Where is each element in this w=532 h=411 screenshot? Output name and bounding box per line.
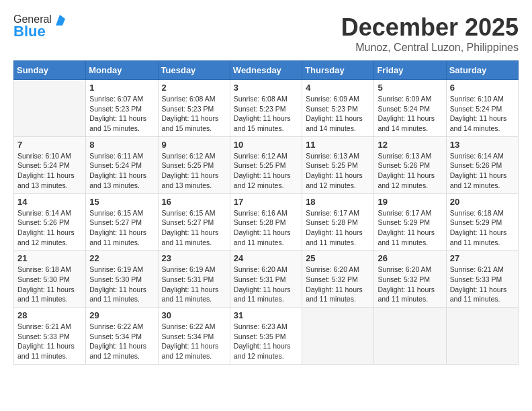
day-info: Sunrise: 6:13 AMSunset: 5:26 PMDaylight:… — [378, 151, 442, 191]
calendar-cell: 17Sunrise: 6:16 AMSunset: 5:28 PMDayligh… — [230, 193, 302, 250]
calendar-cell: 16Sunrise: 6:15 AMSunset: 5:27 PMDayligh… — [158, 193, 230, 250]
day-number: 14 — [17, 197, 82, 207]
day-number: 2 — [162, 83, 226, 93]
calendar-cell: 23Sunrise: 6:19 AMSunset: 5:31 PMDayligh… — [158, 250, 230, 308]
day-number: 13 — [450, 140, 515, 150]
calendar-header-row: SundayMondayTuesdayWednesdayThursdayFrid… — [14, 61, 519, 80]
day-number: 7 — [17, 140, 82, 150]
day-number: 3 — [234, 83, 298, 93]
page-header: General Blue December 2025 Munoz, Centra… — [13, 13, 519, 54]
calendar-cell: 21Sunrise: 6:18 AMSunset: 5:30 PMDayligh… — [14, 250, 86, 308]
weekday-header-saturday: Saturday — [446, 61, 518, 80]
day-number: 27 — [450, 253, 515, 263]
day-info: Sunrise: 6:19 AMSunset: 5:30 PMDaylight:… — [89, 265, 154, 304]
day-info: Sunrise: 6:20 AMSunset: 5:32 PMDaylight:… — [378, 265, 442, 304]
day-info: Sunrise: 6:18 AMSunset: 5:29 PMDaylight:… — [450, 208, 515, 248]
calendar-cell: 13Sunrise: 6:14 AMSunset: 5:26 PMDayligh… — [446, 136, 518, 193]
day-info: Sunrise: 6:07 AMSunset: 5:23 PMDaylight:… — [89, 94, 154, 134]
calendar-week-row: 21Sunrise: 6:18 AMSunset: 5:30 PMDayligh… — [14, 250, 519, 308]
title-block: December 2025 Munoz, Central Luzon, Phil… — [341, 13, 519, 54]
weekday-header-monday: Monday — [86, 61, 158, 80]
day-info: Sunrise: 6:15 AMSunset: 5:27 PMDaylight:… — [89, 208, 154, 248]
day-number: 18 — [306, 197, 370, 207]
day-info: Sunrise: 6:19 AMSunset: 5:31 PMDaylight:… — [162, 265, 226, 304]
calendar-cell: 12Sunrise: 6:13 AMSunset: 5:26 PMDayligh… — [374, 136, 446, 193]
day-number: 31 — [234, 310, 298, 320]
day-number: 1 — [89, 83, 154, 93]
calendar-cell: 5Sunrise: 6:09 AMSunset: 5:24 PMDaylight… — [374, 80, 446, 137]
day-info: Sunrise: 6:20 AMSunset: 5:31 PMDaylight:… — [234, 265, 298, 304]
day-info: Sunrise: 6:11 AMSunset: 5:24 PMDaylight:… — [89, 151, 154, 191]
calendar-cell: 20Sunrise: 6:18 AMSunset: 5:29 PMDayligh… — [446, 193, 518, 250]
day-info: Sunrise: 6:09 AMSunset: 5:23 PMDaylight:… — [306, 94, 370, 134]
calendar-cell: 27Sunrise: 6:21 AMSunset: 5:33 PMDayligh… — [446, 250, 518, 308]
calendar-cell: 19Sunrise: 6:17 AMSunset: 5:29 PMDayligh… — [374, 193, 446, 250]
calendar-cell: 9Sunrise: 6:12 AMSunset: 5:25 PMDaylight… — [158, 136, 230, 193]
day-info: Sunrise: 6:10 AMSunset: 5:24 PMDaylight:… — [17, 151, 82, 191]
location-title: Munoz, Central Luzon, Philippines — [341, 42, 519, 54]
day-number: 10 — [234, 140, 298, 150]
weekday-header-friday: Friday — [374, 61, 446, 80]
calendar-cell — [446, 308, 518, 365]
day-info: Sunrise: 6:09 AMSunset: 5:24 PMDaylight:… — [378, 94, 442, 134]
logo-icon — [53, 13, 65, 26]
day-info: Sunrise: 6:23 AMSunset: 5:35 PMDaylight:… — [234, 322, 298, 361]
day-number: 5 — [378, 83, 442, 93]
calendar-cell — [14, 80, 86, 137]
calendar-cell: 18Sunrise: 6:17 AMSunset: 5:28 PMDayligh… — [302, 193, 374, 250]
day-info: Sunrise: 6:14 AMSunset: 5:26 PMDaylight:… — [17, 208, 82, 248]
day-number: 22 — [89, 253, 154, 263]
day-number: 16 — [162, 197, 226, 207]
day-number: 25 — [306, 253, 370, 263]
weekday-header-thursday: Thursday — [302, 61, 374, 80]
day-info: Sunrise: 6:08 AMSunset: 5:23 PMDaylight:… — [234, 94, 298, 134]
day-info: Sunrise: 6:18 AMSunset: 5:30 PMDaylight:… — [17, 265, 82, 304]
day-info: Sunrise: 6:08 AMSunset: 5:23 PMDaylight:… — [162, 94, 226, 134]
calendar-table: SundayMondayTuesdayWednesdayThursdayFrid… — [13, 60, 519, 365]
calendar-cell: 1Sunrise: 6:07 AMSunset: 5:23 PMDaylight… — [86, 80, 158, 137]
day-number: 28 — [17, 310, 82, 320]
calendar-cell: 28Sunrise: 6:21 AMSunset: 5:33 PMDayligh… — [14, 308, 86, 365]
day-info: Sunrise: 6:12 AMSunset: 5:25 PMDaylight:… — [234, 151, 298, 191]
calendar-cell: 8Sunrise: 6:11 AMSunset: 5:24 PMDaylight… — [86, 136, 158, 193]
calendar-cell: 10Sunrise: 6:12 AMSunset: 5:25 PMDayligh… — [230, 136, 302, 193]
day-number: 24 — [234, 253, 298, 263]
day-number: 4 — [306, 83, 370, 93]
weekday-header-tuesday: Tuesday — [158, 61, 230, 80]
day-info: Sunrise: 6:21 AMSunset: 5:33 PMDaylight:… — [450, 265, 515, 304]
weekday-header-sunday: Sunday — [14, 61, 86, 80]
day-info: Sunrise: 6:22 AMSunset: 5:34 PMDaylight:… — [89, 322, 154, 361]
day-info: Sunrise: 6:17 AMSunset: 5:28 PMDaylight:… — [306, 208, 370, 248]
day-number: 19 — [378, 197, 442, 207]
day-number: 29 — [89, 310, 154, 320]
calendar-cell: 22Sunrise: 6:19 AMSunset: 5:30 PMDayligh… — [86, 250, 158, 308]
day-info: Sunrise: 6:14 AMSunset: 5:26 PMDaylight:… — [450, 151, 515, 191]
calendar-cell: 7Sunrise: 6:10 AMSunset: 5:24 PMDaylight… — [14, 136, 86, 193]
calendar-cell: 2Sunrise: 6:08 AMSunset: 5:23 PMDaylight… — [158, 80, 230, 137]
day-info: Sunrise: 6:21 AMSunset: 5:33 PMDaylight:… — [17, 322, 82, 361]
day-info: Sunrise: 6:13 AMSunset: 5:25 PMDaylight:… — [306, 151, 370, 191]
calendar-cell: 15Sunrise: 6:15 AMSunset: 5:27 PMDayligh… — [86, 193, 158, 250]
day-info: Sunrise: 6:15 AMSunset: 5:27 PMDaylight:… — [162, 208, 226, 248]
calendar-cell — [302, 308, 374, 365]
day-number: 6 — [450, 83, 515, 93]
logo: General Blue — [13, 13, 65, 40]
calendar-cell: 24Sunrise: 6:20 AMSunset: 5:31 PMDayligh… — [230, 250, 302, 308]
day-info: Sunrise: 6:16 AMSunset: 5:28 PMDaylight:… — [234, 208, 298, 248]
calendar-week-row: 28Sunrise: 6:21 AMSunset: 5:33 PMDayligh… — [14, 308, 519, 365]
calendar-week-row: 14Sunrise: 6:14 AMSunset: 5:26 PMDayligh… — [14, 193, 519, 250]
day-info: Sunrise: 6:12 AMSunset: 5:25 PMDaylight:… — [162, 151, 226, 191]
calendar-cell: 6Sunrise: 6:10 AMSunset: 5:24 PMDaylight… — [446, 80, 518, 137]
day-number: 8 — [89, 140, 154, 150]
day-info: Sunrise: 6:20 AMSunset: 5:32 PMDaylight:… — [306, 265, 370, 304]
day-number: 20 — [450, 197, 515, 207]
calendar-cell: 31Sunrise: 6:23 AMSunset: 5:35 PMDayligh… — [230, 308, 302, 365]
calendar-cell: 29Sunrise: 6:22 AMSunset: 5:34 PMDayligh… — [86, 308, 158, 365]
calendar-cell: 25Sunrise: 6:20 AMSunset: 5:32 PMDayligh… — [302, 250, 374, 308]
day-number: 17 — [234, 197, 298, 207]
day-number: 21 — [17, 253, 82, 263]
day-info: Sunrise: 6:22 AMSunset: 5:34 PMDaylight:… — [162, 322, 226, 361]
calendar-cell: 26Sunrise: 6:20 AMSunset: 5:32 PMDayligh… — [374, 250, 446, 308]
day-number: 9 — [162, 140, 226, 150]
day-number: 11 — [306, 140, 370, 150]
